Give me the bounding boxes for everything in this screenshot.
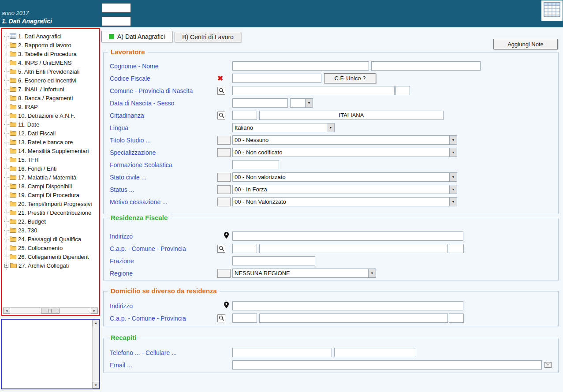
sidebar-item[interactable]: 15. TFR: [2, 155, 99, 164]
search-icon[interactable]: [217, 314, 225, 322]
provincia-domicilio-input[interactable]: [449, 314, 464, 323]
section-legend: Residenza Fiscale: [108, 214, 170, 221]
nome-input[interactable]: [371, 61, 481, 71]
search-icon[interactable]: [217, 112, 225, 119]
folder-icon: [10, 104, 16, 109]
sidebar-item[interactable]: 17. Malattia / Maternità: [2, 173, 99, 182]
sidebar-item[interactable]: 1. Dati Anagrafici: [2, 32, 99, 41]
expand-plus-icon[interactable]: +: [4, 264, 8, 268]
sidebar-item[interactable]: 5. Altri Enti Previdenziali: [2, 67, 99, 76]
cap-residenza-input[interactable]: [232, 244, 257, 253]
specializzazione-select[interactable]: 00 - Non codificato ▼: [232, 148, 457, 157]
chevron-down-icon: ▼: [305, 99, 313, 107]
notes-vertical-scrollbar[interactable]: ▲ ▼: [92, 320, 99, 388]
tab-centri-di-lavoro[interactable]: B) Centri di Lavoro: [175, 32, 241, 42]
sidebar-item[interactable]: 24. Passaggi di Qualifica: [2, 235, 99, 243]
comune-residenza-input[interactable]: [259, 244, 448, 253]
sidebar-item[interactable]: 10. Detrazioni e A.N.F.: [2, 111, 99, 120]
sidebar-item[interactable]: 3. Tabelle di Procedura: [2, 49, 99, 58]
sidebar-item[interactable]: 4. INPS / UniEMENS: [2, 58, 99, 67]
search-icon[interactable]: [217, 87, 225, 95]
regione-select[interactable]: NESSUNA REGIONE ▼: [232, 269, 376, 278]
sidebar-item[interactable]: 19. Campi Di Procedura: [2, 190, 99, 199]
email-input[interactable]: [232, 360, 542, 370]
header-code-input-1[interactable]: [102, 3, 131, 13]
header-bar: anno 2017 1. Dati Anagrafici: [0, 0, 563, 27]
sidebar-item[interactable]: + 27. Archivi Collegati: [2, 261, 99, 270]
codice-fiscale-input[interactable]: [232, 74, 321, 83]
sidebar-item-label: 1. Dati Anagrafici: [18, 33, 61, 40]
telefono-input[interactable]: [232, 348, 332, 357]
sidebar-item-label: 17. Malattia / Maternità: [18, 174, 76, 181]
sidebar-item[interactable]: 6. Esonero ed Incentivi: [2, 76, 99, 85]
sidebar-item[interactable]: 14. Mensilità Supplementari: [2, 146, 99, 155]
tree-horizontal-scrollbar[interactable]: ◄ ►: [3, 307, 98, 314]
sidebar-item[interactable]: 23. 730: [2, 226, 99, 235]
cellulare-input[interactable]: [334, 348, 416, 357]
comune-nascita-input[interactable]: [232, 86, 395, 95]
tab-strip: A) Dati Anagrafici B) Centri di Lavoro: [101, 31, 241, 42]
navigation-tree: 1. Dati Anagrafici 2. Rapporto di lavoro…: [1, 28, 100, 316]
sidebar-item[interactable]: 11. Date: [2, 120, 99, 129]
grid-view-button[interactable]: [541, 0, 563, 21]
folder-icon: [10, 201, 16, 206]
lingua-select[interactable]: Italiano ▼: [232, 123, 335, 132]
indirizzo-domicilio-input[interactable]: [232, 301, 463, 310]
frazione-input[interactable]: [232, 256, 315, 265]
search-icon[interactable]: [217, 245, 225, 253]
motivo-cessazione-select[interactable]: 00 - Non Valorizzato ▼: [232, 197, 457, 206]
indirizzo-residenza-input[interactable]: [232, 231, 463, 241]
scroll-down-icon[interactable]: ▼: [93, 382, 99, 388]
formazione-scolastica-input[interactable]: [232, 160, 279, 169]
folder-icon: [10, 69, 16, 74]
row-lingua: Lingua Italiano ▼: [110, 123, 558, 132]
folder-icon: [10, 254, 16, 259]
scrollbar-thumb[interactable]: [41, 308, 60, 314]
sidebar-item[interactable]: 20. Tempi/Importi Progressivi: [2, 199, 99, 208]
scrollbar-track[interactable]: [10, 308, 91, 314]
chevron-down-icon: ▼: [449, 173, 457, 181]
field-label: Indirizzo: [110, 302, 217, 310]
header-code-input-2[interactable]: [102, 16, 131, 26]
sidebar-item-label: 10. Detrazioni e A.N.F.: [18, 112, 75, 119]
sidebar-item[interactable]: 13. Ratei e banca ore: [2, 138, 99, 146]
field-label: Telefono ... - Cellulare ...: [110, 349, 217, 356]
sidebar-item[interactable]: 7. INAIL / Infortuni: [2, 85, 99, 93]
scroll-right-icon[interactable]: ►: [91, 308, 98, 314]
status-select[interactable]: 00 - In Forza ▼: [232, 185, 457, 194]
cittadinanza-code-input[interactable]: [232, 111, 257, 120]
sidebar-item[interactable]: 22. Budget: [2, 217, 99, 226]
comune-domicilio-input[interactable]: [259, 314, 448, 323]
cf-unico-button[interactable]: C.F. Unico ?: [324, 73, 376, 83]
chevron-down-icon: ▼: [327, 123, 334, 132]
aggiungi-note-button[interactable]: Aggiungi Note: [493, 39, 558, 49]
folder-icon: [10, 60, 16, 65]
notes-box[interactable]: ▲ ▼: [1, 319, 100, 389]
provincia-nascita-input[interactable]: [395, 86, 410, 95]
provincia-residenza-input[interactable]: [449, 244, 464, 253]
sidebar-item[interactable]: 9. IRAP: [2, 102, 99, 111]
cap-domicilio-input[interactable]: [232, 314, 257, 323]
send-email-icon[interactable]: [544, 362, 552, 368]
sidebar-item[interactable]: 12. Dati Fiscali: [2, 129, 99, 138]
sidebar-item[interactable]: 26. Collegamenti Dipendent: [2, 252, 99, 261]
scroll-left-icon[interactable]: ◄: [3, 308, 10, 314]
sidebar-item[interactable]: 8. Banca / Pagamenti: [2, 93, 99, 102]
location-pin-icon: [224, 232, 229, 240]
sidebar-item[interactable]: 16. Fondi / Enti: [2, 164, 99, 173]
sidebar-item-label: 23. 730: [18, 227, 37, 234]
sidebar-item[interactable]: 2. Rapporto di lavoro: [2, 41, 99, 49]
tab-dati-anagrafici[interactable]: A) Dati Anagrafici: [101, 31, 172, 42]
stato-civile-select[interactable]: 00 - Non valorizzato ▼: [232, 172, 457, 182]
titolo-studio-select[interactable]: 00 - Nessuno ▼: [232, 135, 457, 145]
sesso-select[interactable]: ▼: [290, 98, 313, 108]
sidebar-item[interactable]: 18. Campi Disponibili: [2, 182, 99, 190]
field-label: Stato civile ...: [110, 174, 217, 181]
data-nascita-input[interactable]: [232, 98, 288, 108]
cognome-input[interactable]: [232, 61, 369, 71]
sidebar-item[interactable]: 25. Collocamento: [2, 243, 99, 252]
sidebar-item-label: 22. Budget: [18, 218, 46, 225]
tree-connector: [4, 221, 9, 222]
scroll-up-icon[interactable]: ▲: [93, 320, 99, 326]
sidebar-item[interactable]: 21. Prestiti / Decontribuzione: [2, 208, 99, 217]
